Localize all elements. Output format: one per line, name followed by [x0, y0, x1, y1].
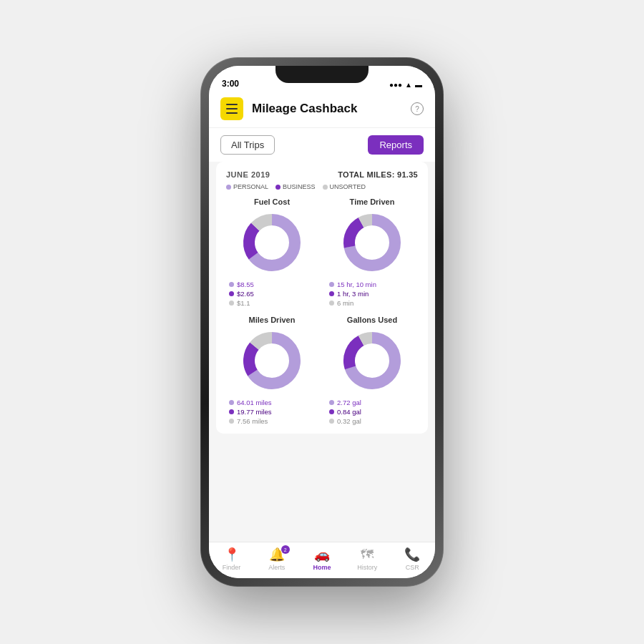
legend-value-3-0: 2.72 gal [337, 399, 361, 406]
reports-button[interactable]: Reports [368, 135, 424, 155]
legend-dot-2-0 [229, 400, 234, 405]
legend-item-2-1: 19.77 miles [229, 408, 318, 416]
stats-card: JUNE 2019 TOTAL MILES: 91.35 PERSONAL BU… [216, 162, 428, 434]
phone-screen: 3:00 ●●● ▲ ▬ Mileage Cashback ? All Trip… [209, 66, 435, 578]
legend-item-2-0: 64.01 miles [229, 399, 318, 406]
status-time: 3:00 [222, 79, 239, 89]
personal-label: PERSONAL [233, 183, 268, 190]
legend-business: BUSINESS [275, 183, 316, 190]
chart-section-3: Gallons Used 2.72 gal0.84 gal0.32 gal [326, 316, 418, 425]
legend-item-0-0: $8.55 [229, 280, 318, 288]
legend-dot-0-2 [229, 301, 234, 306]
legend-value-2-1: 19.77 miles [237, 408, 272, 416]
nav-icon-csr: 📞 [404, 547, 420, 562]
chart-legend-0: $8.55$2.65$1.1 [226, 280, 318, 307]
nav-item-finder[interactable]: 📍Finder [216, 547, 248, 571]
legend-personal: PERSONAL [226, 183, 268, 190]
business-dot [275, 185, 280, 190]
legend-item-2-2: 7.56 miles [229, 417, 318, 425]
chart-section-2: Miles Driven 64.01 miles19.77 miles7.56 … [226, 316, 318, 425]
nav-label-home: Home [313, 564, 331, 571]
chart-section-1: Time Driven 15 hr, 10 min1 hr, 3 min6 mi… [326, 197, 418, 307]
donut-chart [240, 328, 304, 393]
legend-item-3-1: 0.84 gal [329, 408, 418, 416]
donut-wrapper-2 [226, 328, 318, 393]
donut-chart [240, 210, 304, 275]
legend-dot-1-2 [329, 301, 334, 306]
chart-title-0: Fuel Cost [254, 197, 290, 206]
personal-dot [226, 185, 231, 190]
legend-item-0-2: $1.1 [229, 299, 318, 307]
donut-wrapper-1 [326, 210, 418, 275]
content-area: JUNE 2019 TOTAL MILES: 91.35 PERSONAL BU… [209, 162, 435, 542]
legend-value-1-1: 1 hr, 3 min [337, 290, 369, 298]
legend-item-1-2: 6 min [329, 299, 418, 307]
donut-chart [340, 210, 404, 275]
stats-header: JUNE 2019 TOTAL MILES: 91.35 [226, 170, 418, 179]
battery-icon: ▬ [415, 81, 422, 89]
bottom-nav: 📍Finder🔔Alerts2🚗Home🗺History📞CSR [209, 542, 435, 578]
filter-row: All Trips Reports [209, 128, 435, 162]
legend-item-3-2: 0.32 gal [329, 417, 418, 425]
legend-value-0-0: $8.55 [237, 280, 254, 288]
phone-frame: 3:00 ●●● ▲ ▬ Mileage Cashback ? All Trip… [200, 57, 444, 587]
stats-month: JUNE 2019 [226, 170, 270, 179]
menu-line-2 [226, 108, 238, 109]
legend-dot-2-2 [229, 419, 234, 424]
donut-chart [340, 328, 404, 393]
stats-total: TOTAL MILES: 91.35 [338, 170, 418, 179]
legend-dot-0-0 [229, 282, 234, 287]
chart-title-1: Time Driven [350, 197, 395, 206]
legend-value-1-0: 15 hr, 10 min [337, 280, 376, 288]
chart-legend-2: 64.01 miles19.77 miles7.56 miles [226, 399, 318, 425]
nav-label-csr: CSR [406, 564, 419, 571]
wifi-icon: ▲ [405, 81, 412, 89]
legend-value-3-2: 0.32 gal [337, 417, 361, 425]
legend-value-0-2: $1.1 [237, 299, 250, 307]
nav-item-alerts[interactable]: 🔔Alerts2 [261, 547, 293, 571]
donut-wrapper-3 [326, 328, 418, 393]
legend-item-3-0: 2.72 gal [329, 399, 418, 406]
nav-item-history[interactable]: 🗺History [351, 547, 383, 571]
legend-item-1-1: 1 hr, 3 min [329, 290, 418, 298]
menu-line-1 [226, 104, 238, 105]
chart-section-0: Fuel Cost $8.55$2.65$1.1 [226, 197, 318, 307]
legend-item-1-0: 15 hr, 10 min [329, 280, 418, 288]
legend-value-0-1: $2.65 [237, 290, 254, 298]
app-header: Mileage Cashback ? [209, 92, 435, 128]
chart-title-3: Gallons Used [347, 316, 397, 324]
legend-item-0-1: $2.65 [229, 290, 318, 298]
page-title: Mileage Cashback [252, 102, 402, 116]
legend-dot-3-0 [329, 400, 334, 405]
nav-item-csr[interactable]: 📞CSR [396, 547, 428, 571]
menu-button[interactable] [220, 97, 243, 120]
legend-value-2-0: 64.01 miles [237, 399, 272, 406]
chart-legend-1: 15 hr, 10 min1 hr, 3 min6 min [326, 280, 418, 307]
nav-icon-finder: 📍 [224, 547, 240, 562]
chart-title-2: Miles Driven [249, 316, 296, 324]
charts-grid: Fuel Cost $8.55$2.65$1.1Time Driven 15 h… [226, 197, 418, 425]
nav-item-home[interactable]: 🚗Home [306, 547, 338, 571]
nav-label-finder: Finder [223, 564, 241, 571]
legend-dot-2-1 [229, 409, 234, 414]
legend-unsorted: UNSORTED [323, 183, 366, 190]
help-button[interactable]: ? [411, 102, 424, 115]
nav-label-alerts: Alerts [268, 564, 285, 571]
legend-dot-3-1 [329, 409, 334, 414]
legend-dot-1-0 [329, 282, 334, 287]
nav-label-history: History [357, 564, 377, 571]
legend-value-2-2: 7.56 miles [237, 417, 268, 425]
legend-dot-3-2 [329, 419, 334, 424]
nav-badge-alerts: 2 [281, 545, 290, 554]
legend-value-1-2: 6 min [337, 299, 353, 307]
all-trips-button[interactable]: All Trips [220, 135, 275, 155]
unsorted-dot [323, 185, 328, 190]
menu-line-3 [226, 112, 238, 114]
donut-wrapper-0 [226, 210, 318, 275]
legend-dot-0-1 [229, 291, 234, 296]
business-label: BUSINESS [283, 183, 316, 190]
legend-dot-1-1 [329, 291, 334, 296]
chart-legend-3: 2.72 gal0.84 gal0.32 gal [326, 399, 418, 425]
nav-icon-history: 🗺 [361, 547, 374, 562]
nav-icon-home: 🚗 [314, 547, 330, 562]
